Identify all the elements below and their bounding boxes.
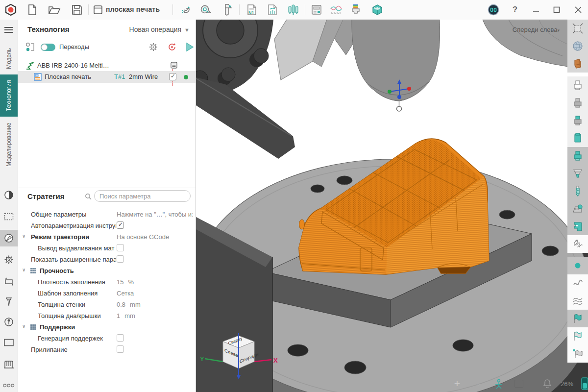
drill-bit-button[interactable] [567, 182, 588, 200]
minimize-button[interactable] [529, 3, 543, 17]
report-document-button[interactable] [266, 3, 279, 17]
chevron-down-icon: ▾ [557, 28, 560, 33]
param-checkbox[interactable] [117, 334, 124, 342]
tree-row-operation[interactable]: Плоская печать T#1 2mm Wire [18, 71, 196, 83]
selection-box-icon[interactable] [0, 208, 18, 225]
param-row[interactable]: Показать расширенные пара [18, 254, 196, 265]
param-row[interactable]: ∨Прочность [18, 265, 196, 276]
window-layout-icon[interactable] [91, 3, 105, 17]
caliper-button[interactable] [220, 3, 234, 17]
param-row[interactable]: Толщина стенки0.8mm [18, 299, 196, 310]
sphere-view-button[interactable] [567, 37, 588, 55]
chevron-down-icon[interactable]: ∨ [22, 323, 25, 329]
tool-icon[interactable] [0, 294, 18, 311]
hatch-lines-button[interactable] [567, 235, 588, 253]
param-value[interactable]: 0.8mm [117, 301, 141, 308]
new-file-button[interactable] [25, 3, 39, 17]
maximize-button[interactable] [550, 3, 564, 17]
param-value[interactable]: 15% [117, 278, 134, 286]
add-view-button[interactable]: + [450, 378, 465, 390]
plane-icon[interactable] [0, 334, 18, 351]
recalculate-icon[interactable] [167, 42, 177, 54]
transitions-toggle[interactable] [41, 44, 55, 51]
compass-icon[interactable] [0, 230, 18, 246]
waves-lines-button[interactable] [567, 292, 588, 310]
gear-icon[interactable] [0, 251, 18, 268]
print-head-button[interactable] [349, 3, 363, 17]
tape-measure-button[interactable] [199, 3, 213, 17]
gcode-document-button[interactable]: N1 [245, 3, 259, 17]
machining-chart-button[interactable] [329, 3, 343, 17]
tab-technology[interactable]: Технология [0, 74, 18, 117]
param-row[interactable]: Генерация поддержек [18, 333, 196, 344]
param-row[interactable]: ∨Режим траекторииНа основе GCode [18, 231, 196, 243]
chevron-down-icon[interactable]: ∨ [22, 233, 25, 239]
workpiece-icon[interactable] [0, 273, 18, 290]
operation-settings-gear-icon[interactable] [148, 42, 158, 54]
param-row[interactable]: Вывод выдавливания мат [18, 243, 196, 254]
surface-button[interactable] [567, 55, 588, 73]
viewport-3d[interactable]: Сверху Слева Спереди Y X Спереди слева▾ [196, 20, 588, 392]
param-row[interactable]: Общие параметрыНажмите на "…", чтобы изм [18, 209, 196, 220]
dot-marker-button[interactable] [567, 257, 588, 274]
param-row[interactable]: ∨Поддержки [18, 321, 196, 333]
part-gray-button[interactable] [567, 94, 588, 112]
param-checkbox[interactable] [117, 345, 124, 353]
param-value[interactable]: 1mm [117, 312, 135, 319]
stamp-icon[interactable] [0, 356, 18, 373]
app-logo-icon[interactable] [4, 3, 18, 17]
param-checkbox[interactable] [117, 255, 124, 263]
magnet-snap-button[interactable] [179, 3, 193, 17]
chevron-down-icon[interactable]: ∨ [22, 267, 25, 272]
operations-toolbar: Переходы [18, 40, 196, 55]
assistant-robot-button[interactable] [487, 3, 500, 17]
notifications-bell-icon[interactable] [543, 379, 552, 389]
chevron-down-icon[interactable]: ⌄ [471, 380, 486, 387]
param-row[interactable]: Автопараметризация инструм [18, 220, 196, 231]
operation-checkbox[interactable] [169, 73, 176, 80]
param-value[interactable]: На основе GCode [117, 233, 169, 241]
view-selector[interactable]: Спереди слева▾ [513, 26, 560, 33]
flag-dot-button[interactable] [567, 345, 588, 363]
param-value[interactable]: Нажмите на "…", чтобы изм [117, 211, 193, 218]
scene-canvas[interactable]: Сверху Слева Спереди Y X [196, 20, 588, 392]
ball-joint-icon[interactable] [0, 314, 18, 330]
parameter-search-input[interactable] [94, 190, 191, 202]
tab-modeling[interactable]: Моделирование [0, 118, 18, 172]
transitions-node-icon[interactable] [25, 42, 37, 54]
notes-icon[interactable] [170, 61, 178, 71]
wave-line-button[interactable] [567, 274, 588, 292]
save-file-button[interactable] [70, 3, 84, 17]
param-value[interactable]: Сетка [117, 290, 134, 297]
material-block-button[interactable] [370, 3, 384, 17]
help-button[interactable]: ? [508, 3, 522, 17]
part-stepped-button[interactable] [567, 165, 588, 182]
run-simulation-play-icon[interactable] [185, 42, 195, 54]
shading-icon[interactable] [0, 187, 18, 203]
tab-model[interactable]: Модель [0, 43, 18, 74]
fit-view-button[interactable] [567, 20, 588, 37]
param-checkbox[interactable] [117, 221, 124, 229]
new-operation-dropdown[interactable]: Новая операция▼ [129, 25, 190, 33]
close-button[interactable] [571, 3, 585, 17]
flag-outline-button[interactable] [567, 327, 588, 345]
pose-axis-icon[interactable] [494, 378, 504, 389]
param-row[interactable]: Прилипание [18, 344, 196, 355]
part-teal-active-button[interactable] [567, 147, 588, 165]
param-row[interactable]: Шаблон заполненияСетка [18, 288, 196, 299]
open-file-button[interactable] [48, 3, 61, 17]
part-half-teal-button[interactable] [567, 112, 588, 129]
part-teal-button[interactable] [567, 129, 588, 147]
more-dots[interactable] [0, 377, 18, 392]
tool-library-button[interactable] [286, 3, 300, 17]
part-blank-button[interactable] [567, 76, 588, 94]
machine-a-button[interactable] [567, 200, 588, 218]
tree-row-robot[interactable]: ABB IRB 2400-16 Melti… [18, 60, 196, 71]
param-row[interactable]: Толщина дна/крышки1mm [18, 310, 196, 321]
param-checkbox[interactable] [117, 244, 124, 251]
param-row[interactable]: Плотность заполнения15% [18, 276, 196, 288]
flag-teal-button[interactable] [567, 310, 588, 327]
hamburger-menu[interactable] [0, 22, 18, 38]
machine-b-button[interactable] [567, 218, 588, 235]
calculator-button[interactable] [310, 3, 323, 17]
